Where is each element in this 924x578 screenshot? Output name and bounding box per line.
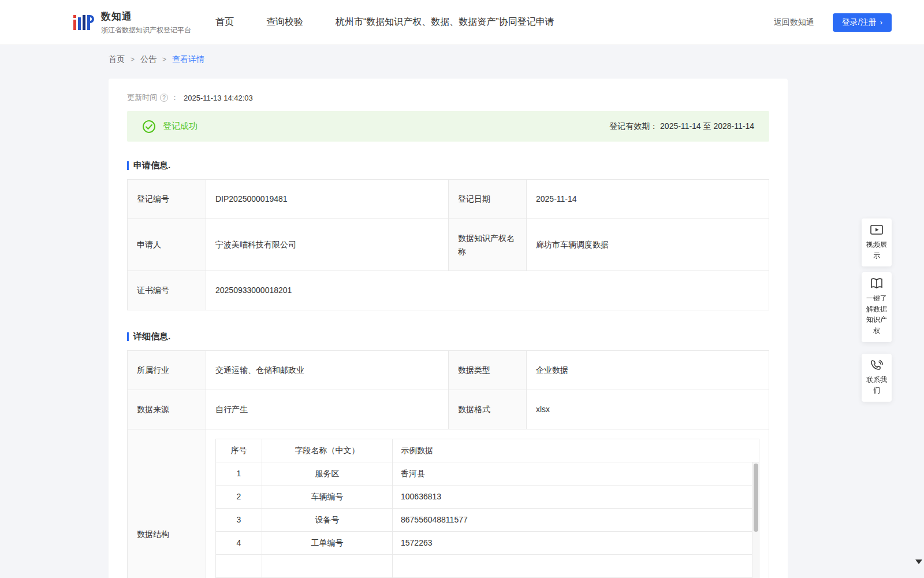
validity-label: 登记有效期：: [609, 121, 658, 131]
field-label-data-type: 数据类型: [449, 351, 527, 390]
column-header-no: 序号: [216, 439, 262, 462]
structure-field: 车辆编号: [262, 486, 393, 509]
chevron-right-icon: ›: [880, 18, 882, 26]
field-label-reg-date: 登记日期: [449, 180, 527, 219]
breadcrumb: 首页 > 公告 > 查看详情: [109, 54, 924, 65]
structure-sample: 100636813: [393, 486, 759, 509]
update-time-value: 2025-11-13 14:42:03: [184, 94, 253, 102]
nav-item-home[interactable]: 首页: [215, 16, 234, 28]
structure-row: 3 设备号 867556048811577: [216, 509, 759, 532]
validity-period: 登记有效期： 2025-11-14 至 2028-11-14: [609, 121, 754, 132]
help-question-icon[interactable]: ?: [160, 94, 168, 102]
data-structure-table: 序号 字段名称（中文） 示例数据 1 服务区 香河县: [215, 439, 759, 578]
login-register-label: 登录/注册: [842, 17, 877, 28]
field-value-data-source: 自行产生: [206, 390, 449, 429]
table-row-structure: 数据结构 序号 字段名称（中文） 示例数据: [128, 429, 769, 578]
registration-status: 登记成功: [163, 121, 198, 132]
structure-field: 服务区: [262, 462, 393, 486]
scrollbar-thumb[interactable]: [754, 464, 758, 532]
field-value-reg-date: 2025-11-14: [527, 180, 769, 219]
phone-icon: [870, 360, 883, 371]
table-row: 登记编号 DIP2025000019481 登记日期 2025-11-14: [128, 180, 769, 219]
section-title-text: 详细信息.: [133, 331, 170, 342]
application-info-table: 登记编号 DIP2025000019481 登记日期 2025-11-14 申请…: [127, 179, 769, 310]
field-value-industry: 交通运输、仓储和邮政业: [206, 351, 449, 390]
structure-sample: 香河县: [393, 462, 759, 486]
field-value-data-type: 企业数据: [527, 351, 769, 390]
column-header-field-name: 字段名称（中文）: [262, 439, 393, 462]
sidebar-item-learn-dip[interactable]: 一键了解数据知识产权: [862, 272, 892, 342]
structure-no: 4: [216, 532, 262, 555]
structure-no: 1: [216, 462, 262, 486]
structure-row: 2 车辆编号 100636813: [216, 486, 759, 509]
scroll-down-arrow[interactable]: [915, 560, 922, 564]
field-label-cert-no: 证书编号: [128, 271, 206, 310]
video-icon: [870, 224, 883, 236]
structure-no: 3: [216, 509, 262, 532]
update-time-colon: ：: [171, 92, 178, 103]
breadcrumb-current: 查看详情: [172, 54, 204, 65]
app-subtitle: 浙江省数据知识产权登记平台: [101, 25, 191, 35]
field-value-dip-name: 廊坊市车辆调度数据: [527, 219, 769, 271]
data-structure-cell: 序号 字段名称（中文） 示例数据 1 服务区 香河县: [206, 429, 769, 578]
field-label-dip-name: 数据知识产权名称: [449, 219, 527, 271]
logo[interactable]: 数知通 浙江省数据知识产权登记平台: [72, 10, 191, 35]
structure-sample: 1572263: [393, 532, 759, 555]
breadcrumb-home[interactable]: 首页: [109, 54, 125, 65]
floating-sidebar: 视频展示 一键了解数据知识产权 联系我们: [862, 218, 892, 402]
structure-table-scrollbar[interactable]: [752, 462, 759, 578]
nav-item-query-verify[interactable]: 查询校验: [266, 16, 303, 28]
section-accent-bar: [127, 161, 129, 170]
structure-row: 4 工单编号 1572263: [216, 532, 759, 555]
validity-value: 2025-11-14 至 2028-11-14: [660, 121, 754, 131]
sidebar-item-label: 联系我们: [866, 376, 887, 395]
column-header-sample-data: 示例数据: [393, 439, 759, 462]
sidebar-item-video-display[interactable]: 视频展示: [862, 218, 892, 266]
structure-field: 工单编号: [262, 532, 393, 555]
update-time-label: 更新时间: [127, 92, 157, 103]
field-label-reg-no: 登记编号: [128, 180, 206, 219]
sidebar-item-label: 视频展示: [866, 240, 887, 260]
field-label-applicant: 申请人: [128, 219, 206, 271]
field-value-applicant: 宁波美喵科技有限公司: [206, 219, 449, 271]
structure-sample: 867556048811577: [393, 509, 759, 532]
table-row: 数据来源 自行产生 数据格式 xlsx: [128, 390, 769, 429]
breadcrumb-separator: >: [131, 55, 135, 64]
section-application-info: 申请信息.: [127, 160, 769, 171]
sidebar-item-contact-us[interactable]: 联系我们: [862, 354, 892, 402]
table-row: 所属行业 交通运输、仓储和邮政业 数据类型 企业数据: [128, 351, 769, 390]
table-row: 申请人 宁波美喵科技有限公司 数据知识产权名称 廊坊市车辆调度数据: [128, 219, 769, 271]
app-title: 数知通: [101, 10, 191, 23]
main-nav: 首页 查询校验 杭州市“数据知识产权、数据、数据资产”协同登记申请: [215, 16, 554, 28]
table-row: 证书编号 20250933000018201: [128, 271, 769, 310]
structure-header-row: 序号 字段名称（中文） 示例数据: [216, 439, 759, 462]
book-icon: [870, 278, 883, 290]
detail-info-table: 所属行业 交通运输、仓储和邮政业 数据类型 企业数据 数据来源 自行产生 数据格…: [127, 350, 769, 578]
success-banner: 登记成功 登记有效期： 2025-11-14 至 2028-11-14: [127, 111, 769, 142]
header: 数知通 浙江省数据知识产权登记平台 首页 查询校验 杭州市“数据知识产权、数据、…: [0, 0, 924, 45]
field-label-industry: 所属行业: [128, 351, 206, 390]
section-accent-bar: [127, 332, 129, 341]
structure-field: 设备号: [262, 509, 393, 532]
field-label-data-structure: 数据结构: [128, 429, 206, 578]
field-label-data-source: 数据来源: [128, 390, 206, 429]
section-title-text: 申请信息.: [133, 160, 170, 171]
structure-row-partial: [216, 555, 759, 578]
sidebar-item-label: 一键了解数据知识产权: [866, 294, 887, 335]
field-value-data-format: xlsx: [527, 390, 769, 429]
breadcrumb-separator: >: [162, 55, 166, 64]
logo-icon: [72, 11, 95, 34]
success-check-icon: [142, 120, 156, 134]
breadcrumb-announcement[interactable]: 公告: [140, 54, 157, 65]
field-value-cert-no: 20250933000018201: [206, 271, 769, 310]
update-time-row: 更新时间 ? ： 2025-11-13 14:42:03: [127, 92, 769, 103]
back-to-shuzhitong-link[interactable]: 返回数知通: [774, 17, 814, 28]
detail-card: 更新时间 ? ： 2025-11-13 14:42:03 登记成功 登记有效期：…: [109, 79, 788, 578]
section-detail-info: 详细信息.: [127, 331, 769, 342]
login-register-button[interactable]: 登录/注册 ›: [833, 13, 892, 32]
structure-row: 1 服务区 香河县: [216, 462, 759, 486]
structure-no: 2: [216, 486, 262, 509]
nav-item-hangzhou-joint-registration[interactable]: 杭州市“数据知识产权、数据、数据资产”协同登记申请: [336, 16, 554, 28]
field-label-data-format: 数据格式: [449, 390, 527, 429]
header-right: 返回数知通 登录/注册 ›: [774, 13, 892, 32]
